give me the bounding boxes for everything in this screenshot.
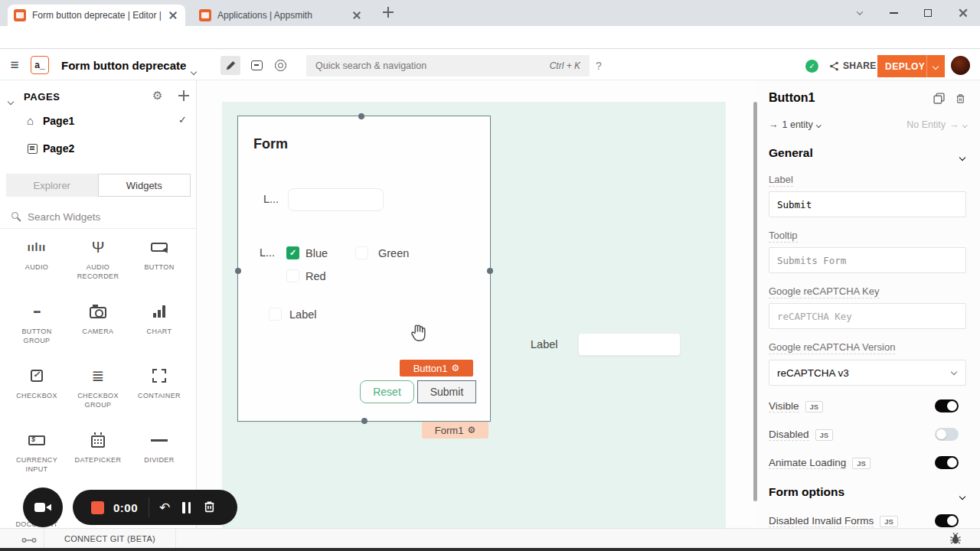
- animate-loading-toggle[interactable]: [935, 456, 959, 469]
- checkbox-option-label[interactable]: Green: [378, 247, 409, 259]
- widget-datepicker[interactable]: DATEPICKER: [67, 422, 129, 487]
- resize-handle-right[interactable]: [487, 268, 493, 274]
- js-badge[interactable]: JS: [852, 458, 871, 469]
- widget-divider[interactable]: DIVIDER: [129, 422, 190, 487]
- widget-settings-gear-icon[interactable]: ⚙: [467, 425, 475, 435]
- app-title[interactable]: Form button deprecate: [61, 59, 186, 72]
- share-button[interactable]: SHARE: [829, 60, 877, 71]
- checkbox-group-label: L...: [260, 246, 275, 259]
- debug-bug-icon[interactable]: [949, 533, 962, 548]
- sidebar-item-page1[interactable]: ⌂ Page1 ✓: [0, 112, 196, 132]
- checkbox-blue[interactable]: ✓: [286, 246, 299, 259]
- checkbox-option-label[interactable]: Red: [305, 270, 326, 282]
- form-widget[interactable]: Form L... L... ✓ Blue Green Red Label Bu…: [237, 116, 491, 422]
- tab-explorer[interactable]: Explorer: [6, 174, 98, 197]
- badge-label: Form1: [435, 425, 464, 436]
- window-maximize-button[interactable]: [916, 5, 939, 21]
- js-badge[interactable]: JS: [880, 516, 898, 527]
- connect-git-button[interactable]: CONNECT GIT (BETA): [44, 529, 176, 549]
- widget-button[interactable]: BUTTON: [129, 230, 190, 294]
- browser-tab-applications[interactable]: Applications | Appsmith: [193, 5, 369, 26]
- js-badge[interactable]: JS: [815, 429, 834, 441]
- section-form-options[interactable]: Form options: [769, 485, 966, 500]
- recaptcha-key-input[interactable]: reCAPTCHA Key: [769, 303, 966, 329]
- tab-close-icon[interactable]: [167, 9, 179, 21]
- share-nodes-icon: [829, 61, 839, 71]
- widget-checkbox[interactable]: CHECKBOX: [6, 358, 67, 422]
- edit-mode-button[interactable]: [220, 56, 240, 75]
- incoming-entities-dropdown[interactable]: → 1 entity: [769, 119, 820, 130]
- checkbox-red[interactable]: [286, 269, 299, 282]
- lone-checkbox-label[interactable]: Label: [289, 308, 316, 321]
- resize-handle-top[interactable]: [358, 113, 364, 119]
- new-tab-button[interactable]: [383, 7, 397, 21]
- selected-widget-name-badge[interactable]: Button1 ⚙: [400, 360, 473, 377]
- widget-button-group[interactable]: ▪▪▪ BUTTON GROUP: [6, 294, 67, 358]
- checkbox-green[interactable]: [355, 246, 368, 259]
- tab-search-chevron-icon[interactable]: [848, 5, 871, 21]
- add-page-button[interactable]: [178, 90, 188, 103]
- deploy-button[interactable]: DEPLOY: [877, 55, 945, 77]
- window-minimize-button[interactable]: [882, 5, 905, 21]
- tooltip-input[interactable]: Submits Form: [769, 247, 966, 273]
- field-label: Tooltip: [769, 230, 798, 243]
- comments-button[interactable]: [247, 56, 266, 75]
- disabled-invalid-forms-toggle[interactable]: [935, 514, 959, 527]
- pages-settings-gear-icon[interactable]: ⚙: [152, 89, 162, 103]
- recorder-toolbar: 0:00 ↶: [73, 490, 237, 525]
- widget-audio[interactable]: ıılıı AUDIO: [6, 230, 67, 294]
- user-avatar[interactable]: [951, 56, 970, 75]
- browser-tab-editor[interactable]: Form button deprecate | Editor |: [8, 5, 185, 26]
- discard-recording-icon[interactable]: [203, 500, 216, 516]
- widget-container[interactable]: CONTAINER: [129, 358, 190, 422]
- pages-header: PAGES: [24, 91, 60, 103]
- reset-button[interactable]: Reset: [360, 380, 414, 403]
- lone-checkbox[interactable]: [269, 308, 282, 321]
- standalone-input-label: Label: [531, 338, 557, 350]
- widget-camera[interactable]: CAMERA: [67, 294, 129, 358]
- section-general[interactable]: General: [769, 146, 966, 161]
- form-container-name-badge[interactable]: Form1 ⚙: [422, 422, 488, 439]
- recaptcha-version-select[interactable]: reCAPTCHA v3: [769, 360, 966, 386]
- standalone-text-input[interactable]: [578, 333, 681, 356]
- app-title-chevron-icon[interactable]: [191, 64, 196, 77]
- window-close-button[interactable]: [952, 5, 975, 21]
- widget-currency-input[interactable]: CURRENCY INPUT: [6, 422, 67, 487]
- tab-widgets[interactable]: Widgets: [98, 174, 191, 197]
- recorder-camera-button[interactable]: [23, 487, 63, 527]
- widget-settings-gear-icon[interactable]: ⚙: [452, 363, 460, 373]
- widget-chart[interactable]: CHART: [129, 294, 190, 358]
- help-button[interactable]: ?: [596, 60, 602, 72]
- checkbox-option-label[interactable]: Blue: [305, 247, 328, 259]
- quick-search-input[interactable]: Quick search & navigation Ctrl + K: [306, 55, 590, 77]
- label-input[interactable]: Submit: [769, 191, 966, 217]
- sidebar-item-page2[interactable]: Page2: [0, 140, 196, 160]
- visible-toggle[interactable]: [935, 399, 959, 412]
- chevron-down-icon[interactable]: [960, 488, 965, 502]
- stop-recording-button[interactable]: [91, 501, 104, 514]
- widget-audio-recorder[interactable]: Ψ AUDIO RECORDER: [67, 230, 129, 294]
- pages-collapse-chevron-icon[interactable]: [8, 93, 13, 107]
- submit-button[interactable]: Submit: [417, 380, 476, 403]
- pause-recording-button[interactable]: [182, 502, 191, 514]
- panel-scrollbar[interactable]: [753, 102, 757, 501]
- js-badge[interactable]: JS: [805, 401, 824, 412]
- appsmith-logo[interactable]: a_: [31, 56, 49, 74]
- delete-widget-icon[interactable]: [955, 93, 966, 107]
- tab-close-icon[interactable]: [351, 9, 363, 21]
- resize-handle-bottom[interactable]: [361, 418, 368, 424]
- undo-recording-icon[interactable]: ↶: [159, 500, 170, 516]
- outgoing-entities-dropdown[interactable]: No Entity →: [906, 119, 966, 130]
- resize-handle-left[interactable]: [235, 268, 241, 274]
- widget-label: CHECKBOX GROUP: [69, 391, 127, 409]
- view-mode-button[interactable]: [270, 56, 290, 75]
- widget-checkbox-group[interactable]: ≣ CHECKBOX GROUP: [67, 358, 129, 422]
- deploy-chevron-icon[interactable]: [933, 63, 939, 69]
- text-input-widget[interactable]: [288, 188, 384, 211]
- hamburger-menu-icon[interactable]: ≡: [5, 57, 24, 73]
- chevron-down-icon[interactable]: [960, 149, 965, 163]
- disabled-toggle[interactable]: [935, 428, 959, 441]
- shortcut-hint: Ctrl + K: [550, 60, 580, 71]
- widget-search-input[interactable]: Search Widgets: [0, 206, 197, 229]
- copy-widget-icon[interactable]: [933, 93, 945, 107]
